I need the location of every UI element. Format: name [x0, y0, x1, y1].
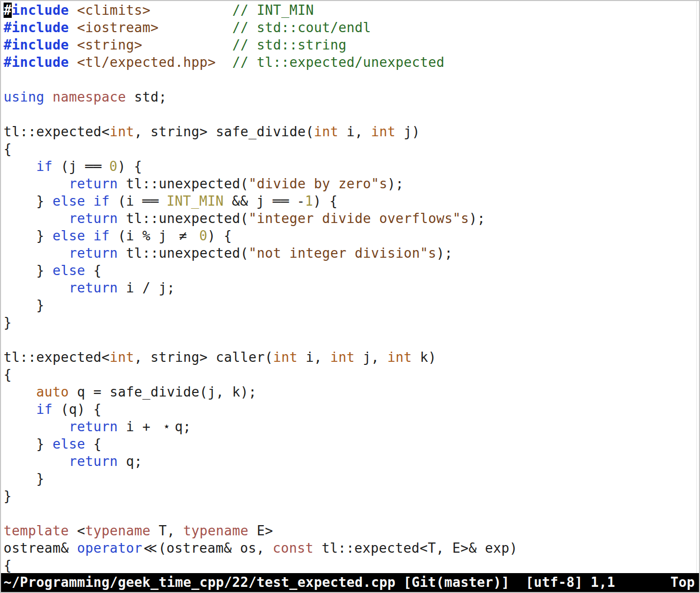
- code-token: [69, 3, 77, 18]
- code-line[interactable]: #include <iostream> // std::cout/endl: [4, 19, 699, 36]
- code-line[interactable]: return i + ⋆q;: [4, 418, 699, 435]
- code-token: (i: [110, 193, 142, 209]
- code-editor[interactable]: #include <climits> // INT_MIN#include <i…: [1, 1, 699, 574]
- code-token: [4, 245, 69, 261]
- code-token: [216, 55, 232, 70]
- code-line[interactable]: return tl::unexpected("not integer divis…: [4, 244, 699, 262]
- code-token: );: [436, 245, 453, 261]
- code-line[interactable]: {: [4, 557, 699, 574]
- code-line[interactable]: if (j ══ 0) {: [4, 158, 699, 175]
- code-token: else: [53, 436, 85, 452]
- code-line[interactable]: return q;: [4, 453, 699, 470]
- code-line[interactable]: #include <climits> // INT_MIN: [4, 2, 699, 19]
- code-token: tl::unexpected(: [118, 211, 248, 226]
- code-line[interactable]: auto q = safe_divide(j, k);: [4, 383, 699, 401]
- code-line[interactable]: #include <tl/expected.hpp> // tl::expect…: [4, 54, 699, 71]
- code-token: [44, 89, 53, 105]
- code-token: if: [36, 402, 53, 417]
- code-token: include: [12, 3, 69, 18]
- code-token: j): [395, 124, 420, 139]
- code-token: tl::expected<T, E>& exp): [313, 540, 517, 556]
- code-token: tl::unexpected(: [118, 176, 248, 191]
- code-token: if: [36, 159, 53, 174]
- statusline-cursor-position: 1,1: [591, 575, 615, 590]
- code-token: k): [412, 350, 436, 365]
- code-token: (ostream& os,: [158, 540, 272, 556]
- code-token: int: [330, 350, 355, 365]
- code-token: int: [110, 124, 134, 139]
- cursor-block: #: [4, 3, 12, 18]
- code-token: [85, 228, 93, 243]
- code-token: ostream&: [4, 540, 77, 556]
- code-token: (i % j: [110, 228, 175, 243]
- code-line[interactable]: {: [4, 366, 699, 383]
- statusline-encoding: [utf-8]: [526, 575, 583, 590]
- code-line[interactable]: tl::expected<int, string> caller(int i, …: [4, 349, 699, 366]
- code-token: {: [4, 367, 12, 382]
- code-line[interactable]: return i / j;: [4, 279, 699, 296]
- vim-window: { "editor": { "language": "cpp", "cursor…: [0, 0, 700, 593]
- ligature-glyph: ≪: [142, 539, 158, 557]
- code-line[interactable]: return tl::unexpected("divide by zero"s)…: [4, 175, 699, 192]
- code-token: [69, 20, 77, 35]
- code-token: {: [85, 436, 102, 452]
- code-token: q = safe_divide(j, k);: [69, 384, 257, 400]
- code-token: else: [53, 193, 85, 209]
- code-token: operator: [77, 540, 142, 556]
- code-token: i,: [297, 350, 330, 365]
- code-token: }: [4, 471, 44, 486]
- code-token: // INT_MIN: [232, 3, 314, 18]
- code-token: [4, 280, 69, 295]
- code-line[interactable]: } else {: [4, 262, 699, 279]
- ligature-glyph: ══: [272, 192, 288, 210]
- ligature-glyph: ≠: [175, 227, 191, 244]
- code-line[interactable]: {: [4, 140, 699, 158]
- code-line[interactable]: } else if (i % j ≠ 0) {: [4, 227, 699, 244]
- code-line[interactable]: } else if (i ══ INT_MIN && j ══ -1) {: [4, 192, 699, 210]
- code-line[interactable]: if (q) {: [4, 401, 699, 418]
- code-line[interactable]: template <typename T, typename E>: [4, 522, 699, 539]
- code-token: int: [110, 350, 134, 365]
- code-token: typename: [85, 523, 151, 538]
- code-token: [69, 55, 77, 70]
- code-line[interactable]: [4, 331, 699, 349]
- code-line[interactable]: }: [4, 296, 699, 314]
- code-token: }: [4, 298, 44, 313]
- scrollbar-track[interactable]: [696, 1, 697, 574]
- code-token: i,: [338, 124, 371, 139]
- code-token: 1: [305, 193, 313, 209]
- code-token: {: [4, 141, 12, 157]
- code-line[interactable]: ostream& operator≪(ostream& os, const tl…: [4, 539, 699, 557]
- code-line[interactable]: } else {: [4, 435, 699, 453]
- code-line[interactable]: }: [4, 470, 699, 487]
- code-line[interactable]: tl::expected<int, string> safe_divide(in…: [4, 123, 699, 140]
- code-token: INT_MIN: [166, 193, 223, 209]
- code-token: [69, 37, 77, 53]
- code-token: }: [4, 488, 12, 504]
- code-token: std;: [126, 89, 167, 105]
- statusline-git-branch: [Git(master)]: [404, 575, 510, 590]
- code-token: [159, 20, 232, 35]
- code-token: #include: [4, 55, 69, 70]
- code-token: [158, 193, 166, 209]
- code-token: [101, 159, 109, 174]
- code-token: using: [4, 89, 44, 105]
- code-token: // std::string: [232, 37, 346, 53]
- code-token: #include: [4, 37, 69, 53]
- code-token: tl::expected<: [4, 350, 110, 365]
- code-token: tl::expected<: [4, 124, 110, 139]
- code-line[interactable]: }: [4, 487, 699, 505]
- code-token: }: [4, 315, 12, 330]
- code-line[interactable]: [4, 71, 699, 88]
- code-line[interactable]: [4, 106, 699, 123]
- code-token: int: [371, 124, 395, 139]
- code-line[interactable]: return tl::unexpected("integer divide ov…: [4, 210, 699, 227]
- code-token: , string> caller(: [134, 350, 273, 365]
- code-line[interactable]: using namespace std;: [4, 88, 699, 106]
- code-line[interactable]: #include <string> // std::string: [4, 36, 699, 54]
- code-line[interactable]: [4, 505, 699, 522]
- code-token: <tl/expected.hpp>: [77, 55, 216, 70]
- code-line[interactable]: }: [4, 314, 699, 331]
- code-token: [4, 159, 36, 174]
- code-token: [151, 3, 232, 18]
